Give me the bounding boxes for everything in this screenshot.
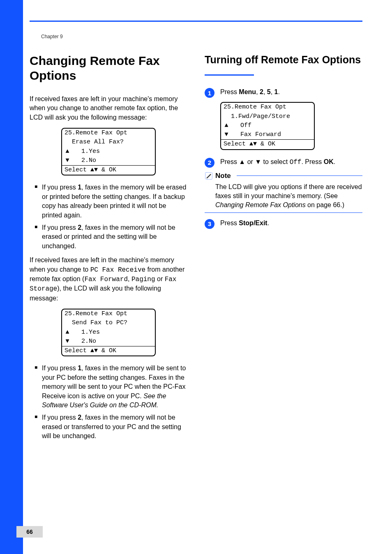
key-number: 2: [78, 224, 81, 231]
note-rule: [237, 175, 362, 176]
lcd-select-line: Select ▲▼ & OK: [62, 346, 155, 355]
down-arrow-icon: ▼: [94, 347, 98, 354]
right-column: Turning off Remote Fax Options 9 1 Press…: [205, 53, 362, 524]
text-fragment: If you press: [42, 414, 78, 421]
up-arrow-icon: ▲: [224, 122, 229, 130]
text-fragment: Press: [220, 88, 239, 95]
lcd-line: ▼ 2.No: [62, 156, 155, 165]
up-arrow-icon: ▲: [65, 148, 70, 156]
lcd-display-send-fax-pc: 25.Remote Fax Opt Send Fax to PC? ▲ 1.Ye…: [61, 309, 156, 356]
lcd-line: ▼ Fax Forward: [221, 130, 314, 139]
lcd-display-erase-all-fax: 25.Remote Fax Opt Erase All Fax? ▲ 1.Yes…: [61, 128, 156, 175]
up-arrow-icon: ▲: [239, 158, 245, 165]
step-1: 1 Press Menu, 2, 5, 1.: [205, 88, 362, 98]
text-fragment: ,: [271, 88, 274, 95]
lcd-display-fwd-page-store: 25.Remote Fax Opt 1.Fwd/Page/Store ▲ Off…: [220, 102, 315, 150]
note-block: Note The LCD will give you options if th…: [205, 172, 362, 213]
lcd-option: 1.Yes: [81, 329, 100, 336]
lcd-line: ▲ 1.Yes: [62, 147, 155, 156]
lcd-option: 1.Yes: [81, 148, 100, 155]
page-number-box: 66: [16, 526, 43, 538]
text-fragment: The LCD will give you options if there a…: [215, 183, 362, 199]
down-arrow-icon: ▼: [94, 166, 98, 173]
key-number: 1: [78, 184, 81, 191]
chapter-label: Chapter 9: [41, 34, 63, 39]
lcd-line: ▲ 1.Yes: [62, 328, 155, 337]
text-fragment: on page 66.): [306, 201, 344, 208]
lcd-line: ▼ 2.No: [62, 337, 155, 346]
step-3: 3 Press Stop/Exit.: [205, 219, 362, 229]
code-text: Off: [290, 159, 302, 166]
left-column: Changing Remote Fax Options If received …: [30, 53, 187, 524]
key-label: OK: [324, 158, 334, 165]
italic-reference: Changing Remote Fax Options: [215, 201, 306, 208]
note-body: The LCD will give you options if there a…: [205, 182, 362, 210]
key-label: Stop/Exit: [239, 219, 267, 226]
list-item: If you press 2, faxes in the memory will…: [35, 223, 187, 251]
text-fragment: .: [267, 219, 269, 226]
text-fragment: If you press: [42, 365, 78, 372]
lcd-select-line: Select ▲▼ & OK: [62, 165, 155, 175]
lcd-line: 25.Remote Fax Opt: [62, 129, 155, 138]
down-arrow-icon: ▼: [255, 158, 261, 165]
intro-paragraph: If received faxes are left in your machi…: [30, 95, 187, 122]
note-end-rule: [205, 212, 362, 213]
step-number-badge: 1: [205, 88, 214, 98]
text-fragment: to select: [261, 158, 289, 165]
code-text: Paging: [131, 276, 155, 283]
key-number: 5: [267, 88, 271, 95]
section-heading-changing-remote: Changing Remote Fax Options: [30, 53, 187, 83]
code-text: Fax Forward: [84, 276, 128, 283]
text-fragment: ,: [128, 275, 131, 282]
step-number-badge: 3: [205, 219, 214, 229]
lcd-option: 2.No: [81, 157, 96, 164]
text-fragment: .: [278, 88, 280, 95]
note-header: Note: [205, 172, 362, 180]
up-arrow-icon: ▲: [65, 328, 70, 337]
down-arrow-icon: ▼: [224, 131, 229, 139]
key-label: Menu: [239, 88, 256, 95]
subhead-rule: 9: [205, 69, 362, 80]
content-area: Changing Remote Fax Options If received …: [30, 53, 362, 524]
middle-paragraph: If received faxes are left in the machin…: [30, 256, 187, 303]
lcd-line: ▲ Off: [221, 121, 314, 130]
code-text: PC Fax Receive: [90, 266, 145, 274]
lcd-option: Fax Forward: [240, 131, 281, 138]
key-number: 1: [274, 88, 278, 95]
key-number: 2: [260, 88, 263, 95]
text-fragment: ,: [256, 88, 260, 95]
left-blue-strip: [0, 0, 23, 554]
lcd-option: Off: [240, 122, 251, 129]
note-label: Note: [215, 172, 231, 180]
page-number: 66: [26, 529, 33, 535]
section-heading-turning-off: Turning off Remote Fax Options: [205, 53, 362, 66]
bullet-list: If you press 1, faxes in the memory will…: [30, 364, 187, 441]
list-item: If you press 1, faxes in the memory will…: [35, 364, 187, 410]
text-fragment: .: [334, 158, 335, 165]
step-body: Press Stop/Exit.: [220, 219, 362, 228]
top-horizontal-rule: [30, 21, 362, 22]
key-number: 2: [78, 414, 81, 421]
text-fragment: or: [155, 275, 165, 282]
list-item: If you press 1, faxes in the memory will…: [35, 183, 187, 220]
text-fragment: Press: [220, 158, 239, 165]
up-arrow-icon: ▲: [90, 166, 94, 173]
note-pencil-icon: [205, 172, 213, 180]
text-fragment: or: [245, 158, 255, 165]
step-body: Press Menu, 2, 5, 1.: [220, 88, 362, 97]
lcd-line: 25.Remote Fax Opt: [221, 103, 314, 112]
text-fragment: . Press: [301, 158, 323, 165]
step-body: Press ▲ or ▼ to select Off. Press OK.: [220, 157, 362, 167]
lcd-option: 2.No: [81, 338, 96, 345]
lcd-line: Send Fax to PC?: [62, 319, 155, 328]
text-fragment: If you press: [42, 224, 78, 231]
lcd-line: 25.Remote Fax Opt: [62, 309, 155, 319]
list-item: If you press 2, faxes in the memory will…: [35, 413, 187, 441]
down-arrow-icon: ▼: [65, 337, 70, 346]
down-arrow-icon: ▼: [253, 141, 257, 148]
lcd-line: 1.Fwd/Page/Store: [221, 112, 314, 121]
lcd-select-line: Select ▲▼ & OK: [221, 139, 314, 149]
text-fragment: ,: [263, 88, 267, 95]
text-fragment: If you press: [42, 184, 78, 191]
text-fragment: Press: [220, 219, 239, 226]
